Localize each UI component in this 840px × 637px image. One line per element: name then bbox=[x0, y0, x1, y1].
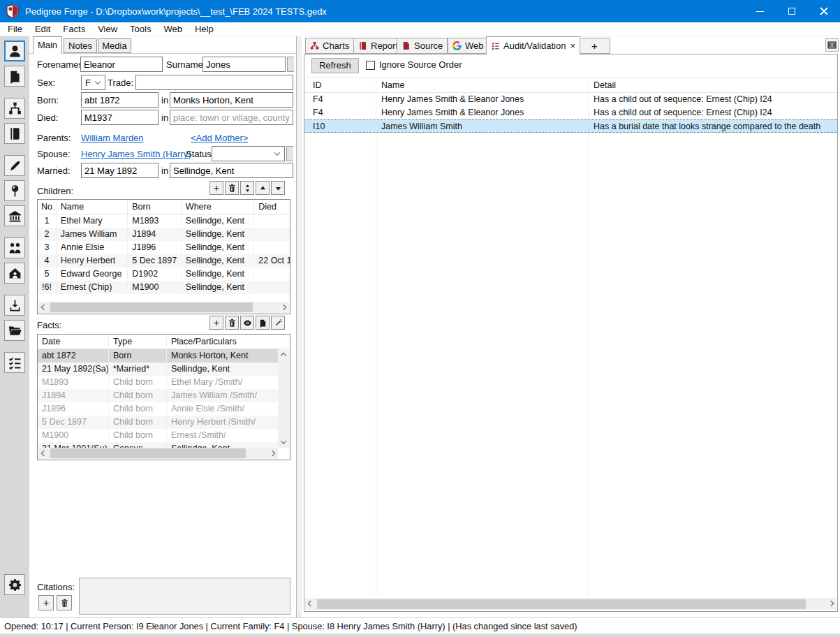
child-row[interactable]: 1 Ethel Mary M1893 Sellindge, Kent bbox=[38, 214, 290, 228]
child-move-down-button[interactable] bbox=[271, 181, 285, 195]
fact-row[interactable]: 5 Dec 1897 Child born Henry Herbert /Smi… bbox=[38, 416, 279, 429]
spouse-link[interactable]: Henry James Smith (Harry) bbox=[81, 149, 191, 159]
scroll-thumb[interactable] bbox=[50, 302, 253, 312]
maximize-button[interactable] bbox=[776, 0, 808, 22]
citations-list[interactable] bbox=[79, 578, 290, 615]
tab-source[interactable]: Source bbox=[397, 38, 448, 54]
audit-row[interactable]: F4 Henry James Smith & Eleanor Jones Has… bbox=[304, 106, 837, 119]
child-sort-button[interactable] bbox=[240, 181, 254, 195]
col-header-name[interactable]: Name bbox=[57, 200, 128, 214]
ignore-source-order-checkbox[interactable] bbox=[366, 61, 375, 70]
menu-item[interactable]: Tools bbox=[124, 22, 157, 36]
scroll-left-icon[interactable] bbox=[38, 302, 50, 313]
add-mother-link[interactable]: <Add Mother> bbox=[191, 133, 248, 143]
fact-view-button[interactable] bbox=[240, 316, 254, 330]
fact-row[interactable]: M1900 Child born Ernest /Smith/ bbox=[38, 429, 279, 442]
col-header-no[interactable]: No bbox=[38, 200, 57, 214]
status-select[interactable] bbox=[212, 146, 285, 161]
close-button[interactable] bbox=[808, 0, 840, 22]
split-view-button[interactable] bbox=[825, 38, 839, 52]
fact-add-button[interactable]: + bbox=[209, 316, 223, 330]
facts-vscrollbar[interactable] bbox=[278, 350, 289, 448]
col-header-place[interactable]: Place/Particulars bbox=[167, 335, 279, 349]
checklist-button[interactable] bbox=[4, 352, 25, 373]
children-button[interactable] bbox=[4, 237, 25, 258]
child-row[interactable]: 3 Annie Elsie J1896 Sellindge, Kent bbox=[38, 241, 290, 254]
born-date-field[interactable] bbox=[81, 92, 159, 108]
status-more-button[interactable] bbox=[286, 146, 293, 161]
settings-button[interactable] bbox=[4, 574, 25, 595]
new-tab-button[interactable]: + bbox=[579, 38, 610, 54]
child-delete-button[interactable] bbox=[225, 181, 239, 195]
scroll-up-icon[interactable] bbox=[278, 350, 289, 361]
tab-media[interactable]: Media bbox=[98, 38, 131, 53]
col-header-type[interactable]: Type bbox=[109, 335, 167, 349]
scroll-thumb[interactable] bbox=[50, 448, 246, 458]
col-header-died[interactable]: Died bbox=[254, 200, 290, 214]
facts-hscrollbar[interactable] bbox=[38, 448, 278, 459]
col-header-name[interactable]: Name bbox=[381, 78, 585, 92]
fact-row[interactable]: 21 May 1892(Sa) *Married* Sellindge, Ken… bbox=[38, 363, 279, 376]
menu-item[interactable]: Facts bbox=[57, 22, 91, 36]
menu-item[interactable]: File bbox=[1, 22, 29, 36]
born-place-field[interactable] bbox=[170, 92, 293, 108]
trade-field[interactable] bbox=[135, 75, 293, 90]
fact-delete-button[interactable] bbox=[225, 316, 239, 330]
book-button[interactable] bbox=[4, 123, 25, 144]
child-row[interactable]: 4 Henry Herbert 5 Dec 1897 Sellindge, Ke… bbox=[38, 254, 290, 268]
fact-row[interactable]: J1894 Child born James William /Smith/ bbox=[38, 389, 279, 402]
pen-button[interactable] bbox=[4, 155, 25, 176]
married-date-field[interactable] bbox=[81, 163, 159, 178]
menu-item[interactable]: Help bbox=[189, 22, 220, 36]
audit-row[interactable]: I10 James William Smith Has a burial dat… bbox=[304, 119, 837, 133]
institution-button[interactable] bbox=[4, 205, 25, 226]
scroll-right-icon[interactable] bbox=[825, 598, 837, 609]
refresh-button[interactable]: Refresh bbox=[311, 58, 359, 73]
scroll-left-icon[interactable] bbox=[38, 448, 50, 459]
audit-row[interactable]: F4 Henry James Smith & Eleanor Jones Has… bbox=[304, 93, 837, 106]
tab-audit-validation[interactable]: Audit/Validation × bbox=[486, 36, 580, 54]
person-button[interactable] bbox=[4, 41, 25, 61]
minimize-button[interactable] bbox=[744, 0, 776, 22]
married-place-field[interactable] bbox=[170, 163, 293, 178]
father-link[interactable]: William Marden bbox=[81, 133, 144, 143]
fact-citation-button[interactable] bbox=[256, 316, 270, 330]
child-row[interactable]: !6! Ernest (Chip) M1900 Sellindge, Kent bbox=[38, 281, 290, 294]
fact-row[interactable]: M1893 Child born Ethel Mary /Smith/ bbox=[38, 376, 279, 389]
menu-item[interactable]: View bbox=[91, 22, 124, 36]
child-move-up-button[interactable] bbox=[256, 181, 270, 195]
scroll-right-icon[interactable] bbox=[267, 448, 278, 459]
tab-report[interactable]: Report bbox=[353, 38, 403, 54]
menu-item[interactable]: Edit bbox=[29, 22, 57, 36]
col-header-born[interactable]: Born bbox=[128, 200, 182, 214]
menu-item[interactable]: Web bbox=[157, 22, 189, 36]
tab-charts[interactable]: Charts bbox=[305, 38, 354, 54]
died-place-field[interactable] bbox=[170, 110, 293, 125]
tab-main[interactable]: Main bbox=[33, 36, 62, 54]
close-tab-icon[interactable]: × bbox=[570, 41, 575, 50]
child-row[interactable]: 2 James William J1894 Sellindge, Kent bbox=[38, 228, 290, 241]
scroll-right-icon[interactable] bbox=[278, 302, 289, 313]
died-date-field[interactable] bbox=[81, 110, 159, 125]
fact-wizard-button[interactable] bbox=[271, 316, 285, 330]
tab-notes[interactable]: Notes bbox=[64, 38, 97, 53]
scroll-left-icon[interactable] bbox=[305, 598, 316, 609]
forenames-field[interactable] bbox=[80, 57, 163, 72]
citations-button[interactable] bbox=[4, 66, 25, 87]
surname-more-button[interactable] bbox=[287, 57, 294, 72]
col-header-where[interactable]: Where bbox=[182, 200, 254, 214]
col-header-detail[interactable]: Detail bbox=[594, 78, 834, 92]
audit-hscrollbar[interactable] bbox=[305, 598, 837, 610]
fact-row[interactable]: J1896 Child born Annie Elsie /Smith/ bbox=[38, 402, 279, 416]
sex-select[interactable]: F bbox=[81, 75, 105, 90]
child-row[interactable]: 5 Edward George D1902 Sellindge, Kent bbox=[38, 268, 290, 281]
citation-delete-button[interactable] bbox=[57, 595, 72, 610]
home-button[interactable] bbox=[4, 263, 25, 284]
place-pin-button[interactable] bbox=[4, 180, 25, 201]
fact-row[interactable]: abt 1872 Born Monks Horton, Kent bbox=[38, 349, 279, 363]
scroll-thumb[interactable] bbox=[317, 599, 806, 609]
child-add-button[interactable]: + bbox=[209, 181, 223, 195]
scroll-down-icon[interactable] bbox=[278, 437, 289, 448]
citation-add-button[interactable]: + bbox=[38, 595, 54, 610]
surname-field[interactable] bbox=[202, 57, 286, 72]
